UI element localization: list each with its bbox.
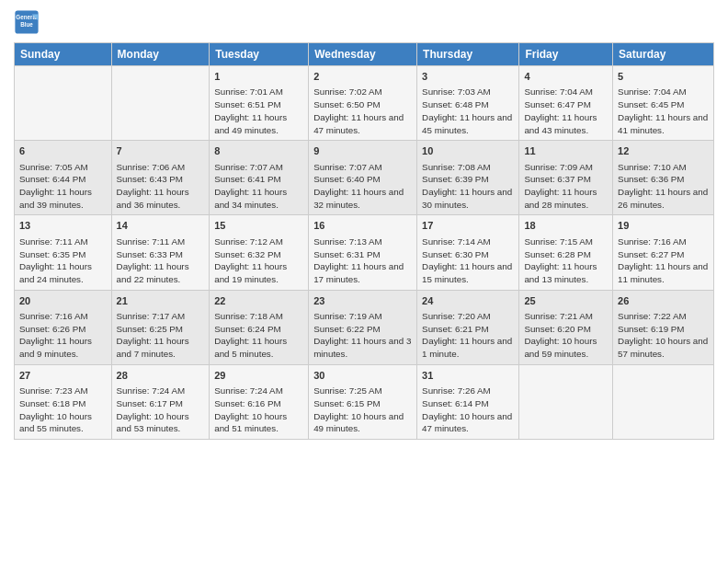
calendar-cell: 6Sunrise: 7:05 AMSunset: 6:44 PMDaylight… <box>15 141 112 215</box>
day-info: Sunrise: 7:10 AMSunset: 6:36 PMDaylight:… <box>618 161 709 212</box>
svg-text:Blue: Blue <box>20 21 33 28</box>
day-info: Sunrise: 7:22 AMSunset: 6:19 PMDaylight:… <box>618 310 709 361</box>
calendar-week-row: 20Sunrise: 7:16 AMSunset: 6:26 PMDayligh… <box>15 290 714 364</box>
calendar-week-row: 1Sunrise: 7:01 AMSunset: 6:51 PMDaylight… <box>15 66 714 141</box>
calendar-cell: 8Sunrise: 7:07 AMSunset: 6:41 PMDaylight… <box>210 141 309 215</box>
calendar-cell: 2Sunrise: 7:02 AMSunset: 6:50 PMDaylight… <box>309 66 417 141</box>
calendar-cell: 28Sunrise: 7:24 AMSunset: 6:17 PMDayligh… <box>111 364 210 439</box>
day-info: Sunrise: 7:15 AMSunset: 6:28 PMDaylight:… <box>524 236 608 286</box>
calendar-cell: 12Sunrise: 7:10 AMSunset: 6:36 PMDayligh… <box>613 141 714 215</box>
day-info: Sunrise: 7:03 AMSunset: 6:48 PMDaylight:… <box>422 86 514 136</box>
calendar-header-tuesday: Tuesday <box>210 43 309 66</box>
calendar-cell: 24Sunrise: 7:20 AMSunset: 6:21 PMDayligh… <box>417 290 519 364</box>
calendar-cell <box>15 66 112 141</box>
day-info: Sunrise: 7:26 AMSunset: 6:14 PMDaylight:… <box>422 385 514 435</box>
calendar-header-saturday: Saturday <box>613 43 714 66</box>
calendar-cell: 27Sunrise: 7:23 AMSunset: 6:18 PMDayligh… <box>15 364 112 439</box>
day-number: 23 <box>313 294 412 308</box>
calendar-header-thursday: Thursday <box>417 43 519 66</box>
calendar-cell: 1Sunrise: 7:01 AMSunset: 6:51 PMDaylight… <box>210 66 309 141</box>
calendar-header-row: SundayMondayTuesdayWednesdayThursdayFrid… <box>15 43 714 66</box>
calendar-week-row: 6Sunrise: 7:05 AMSunset: 6:44 PMDaylight… <box>15 141 714 215</box>
day-info: Sunrise: 7:16 AMSunset: 6:27 PMDaylight:… <box>618 236 709 286</box>
day-number: 17 <box>422 219 514 233</box>
calendar-week-row: 13Sunrise: 7:11 AMSunset: 6:35 PMDayligh… <box>15 215 714 290</box>
day-number: 3 <box>422 70 514 84</box>
calendar-cell: 18Sunrise: 7:15 AMSunset: 6:28 PMDayligh… <box>519 215 613 290</box>
calendar-cell: 13Sunrise: 7:11 AMSunset: 6:35 PMDayligh… <box>15 215 112 290</box>
calendar-header-friday: Friday <box>519 43 613 66</box>
day-info: Sunrise: 7:18 AMSunset: 6:24 PMDaylight:… <box>214 310 303 361</box>
calendar-cell: 29Sunrise: 7:24 AMSunset: 6:16 PMDayligh… <box>210 364 309 439</box>
calendar-cell <box>519 364 613 439</box>
day-number: 14 <box>117 219 205 233</box>
calendar-cell: 7Sunrise: 7:06 AMSunset: 6:43 PMDaylight… <box>111 141 210 215</box>
calendar-cell: 4Sunrise: 7:04 AMSunset: 6:47 PMDaylight… <box>519 66 613 141</box>
day-number: 24 <box>422 294 514 308</box>
calendar-cell: 21Sunrise: 7:17 AMSunset: 6:25 PMDayligh… <box>111 290 210 364</box>
day-number: 9 <box>313 144 412 158</box>
calendar-table: SundayMondayTuesdayWednesdayThursdayFrid… <box>14 42 714 440</box>
calendar-cell: 3Sunrise: 7:03 AMSunset: 6:48 PMDaylight… <box>417 66 519 141</box>
day-info: Sunrise: 7:23 AMSunset: 6:18 PMDaylight:… <box>19 385 107 435</box>
day-number: 22 <box>214 294 303 308</box>
calendar-cell: 15Sunrise: 7:12 AMSunset: 6:32 PMDayligh… <box>210 215 309 290</box>
day-info: Sunrise: 7:08 AMSunset: 6:39 PMDaylight:… <box>422 161 514 212</box>
calendar-cell: 22Sunrise: 7:18 AMSunset: 6:24 PMDayligh… <box>210 290 309 364</box>
day-number: 21 <box>117 294 205 308</box>
calendar-cell: 25Sunrise: 7:21 AMSunset: 6:20 PMDayligh… <box>519 290 613 364</box>
day-info: Sunrise: 7:21 AMSunset: 6:20 PMDaylight:… <box>524 310 608 361</box>
day-info: Sunrise: 7:11 AMSunset: 6:35 PMDaylight:… <box>19 236 107 286</box>
day-number: 8 <box>214 144 303 158</box>
calendar-cell: 10Sunrise: 7:08 AMSunset: 6:39 PMDayligh… <box>417 141 519 215</box>
day-info: Sunrise: 7:05 AMSunset: 6:44 PMDaylight:… <box>19 161 107 212</box>
calendar-cell: 17Sunrise: 7:14 AMSunset: 6:30 PMDayligh… <box>417 215 519 290</box>
day-number: 5 <box>618 70 709 84</box>
calendar-cell: 26Sunrise: 7:22 AMSunset: 6:19 PMDayligh… <box>613 290 714 364</box>
page-header: General Blue <box>14 9 714 35</box>
calendar-cell: 20Sunrise: 7:16 AMSunset: 6:26 PMDayligh… <box>15 290 112 364</box>
day-info: Sunrise: 7:16 AMSunset: 6:26 PMDaylight:… <box>19 310 107 361</box>
day-info: Sunrise: 7:24 AMSunset: 6:17 PMDaylight:… <box>117 385 205 435</box>
day-number: 20 <box>19 294 107 308</box>
day-info: Sunrise: 7:06 AMSunset: 6:43 PMDaylight:… <box>117 161 205 212</box>
calendar-cell: 31Sunrise: 7:26 AMSunset: 6:14 PMDayligh… <box>417 364 519 439</box>
logo-icon: General Blue <box>14 9 40 35</box>
day-number: 12 <box>618 144 709 158</box>
day-number: 26 <box>618 294 709 308</box>
calendar-cell: 5Sunrise: 7:04 AMSunset: 6:45 PMDaylight… <box>613 66 714 141</box>
day-info: Sunrise: 7:12 AMSunset: 6:32 PMDaylight:… <box>214 236 303 286</box>
day-info: Sunrise: 7:19 AMSunset: 6:22 PMDaylight:… <box>313 310 412 361</box>
day-number: 2 <box>313 70 412 84</box>
calendar-header-monday: Monday <box>111 43 210 66</box>
day-info: Sunrise: 7:14 AMSunset: 6:30 PMDaylight:… <box>422 236 514 286</box>
day-number: 29 <box>214 369 303 383</box>
calendar-cell <box>613 364 714 439</box>
day-info: Sunrise: 7:09 AMSunset: 6:37 PMDaylight:… <box>524 161 608 212</box>
day-info: Sunrise: 7:04 AMSunset: 6:45 PMDaylight:… <box>618 86 709 136</box>
day-number: 19 <box>618 219 709 233</box>
day-info: Sunrise: 7:04 AMSunset: 6:47 PMDaylight:… <box>524 86 608 136</box>
day-number: 16 <box>313 219 412 233</box>
calendar-header-sunday: Sunday <box>15 43 112 66</box>
day-number: 10 <box>422 144 514 158</box>
day-number: 13 <box>19 219 107 233</box>
calendar-cell: 19Sunrise: 7:16 AMSunset: 6:27 PMDayligh… <box>613 215 714 290</box>
day-number: 30 <box>313 369 412 383</box>
day-number: 31 <box>422 369 514 383</box>
day-number: 11 <box>524 144 608 158</box>
day-info: Sunrise: 7:17 AMSunset: 6:25 PMDaylight:… <box>117 310 205 361</box>
day-info: Sunrise: 7:13 AMSunset: 6:31 PMDaylight:… <box>313 236 412 286</box>
day-info: Sunrise: 7:01 AMSunset: 6:51 PMDaylight:… <box>214 86 303 136</box>
day-info: Sunrise: 7:02 AMSunset: 6:50 PMDaylight:… <box>313 86 412 136</box>
calendar-header-wednesday: Wednesday <box>309 43 417 66</box>
day-number: 28 <box>117 369 205 383</box>
day-info: Sunrise: 7:25 AMSunset: 6:15 PMDaylight:… <box>313 385 412 435</box>
day-info: Sunrise: 7:20 AMSunset: 6:21 PMDaylight:… <box>422 310 514 361</box>
calendar-cell: 11Sunrise: 7:09 AMSunset: 6:37 PMDayligh… <box>519 141 613 215</box>
day-number: 6 <box>19 144 107 158</box>
calendar-cell: 16Sunrise: 7:13 AMSunset: 6:31 PMDayligh… <box>309 215 417 290</box>
calendar-cell: 30Sunrise: 7:25 AMSunset: 6:15 PMDayligh… <box>309 364 417 439</box>
day-number: 1 <box>214 70 303 84</box>
day-number: 25 <box>524 294 608 308</box>
